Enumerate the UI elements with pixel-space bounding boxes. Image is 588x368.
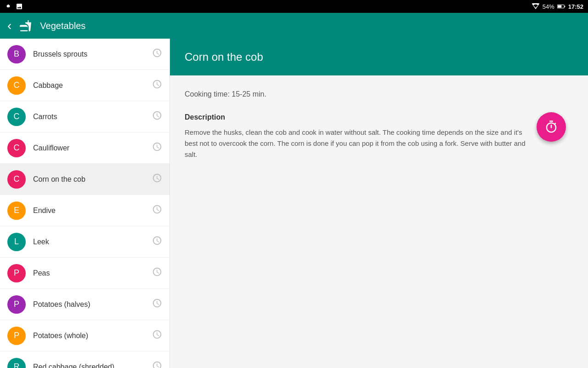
list-item-leek[interactable]: LLeek [0,226,170,258]
timer-icon-red-cabbage-shredded[interactable] [152,361,162,368]
avatar-peas: P [7,264,26,282]
item-label-cabbage: Cabbage [33,81,152,90]
main-layout: BBrussels sproutsCCabbageCCarrotsCCaulif… [0,39,588,368]
status-bar-right: 54% 17:52 [531,3,583,10]
timer-icon-leek[interactable] [152,236,162,248]
avatar-brussels-sprouts: B [7,45,26,63]
usb-icon [5,3,12,10]
item-label-carrots: Carrots [33,113,152,121]
item-label-leek: Leek [33,238,152,246]
fab-timer[interactable] [537,112,566,142]
list-item-peas[interactable]: PPeas [0,258,170,289]
timer-icon-potatoes-halves[interactable] [152,298,162,310]
timer-icon-corn-on-the-cob[interactable] [152,173,162,185]
timer-icon-cabbage[interactable] [152,79,162,92]
list-item-cabbage[interactable]: CCabbage [0,70,170,101]
status-time: 17:52 [568,3,583,10]
detail-content: Cooking time: 15-25 min. Description Rem… [170,75,588,175]
list-item-potatoes-whole[interactable]: PPotatoes (whole) [0,320,170,351]
item-label-red-cabbage-shredded: Red cabbage (shredded) [33,363,152,368]
avatar-carrots: C [7,108,26,126]
item-label-corn-on-the-cob: Corn on the cob [33,175,152,184]
svg-rect-1 [558,6,561,8]
avatar-potatoes-halves: P [7,295,26,314]
status-bar: 54% 17:52 [0,0,588,13]
item-label-brussels-sprouts: Brussels sprouts [33,50,152,58]
status-bar-left [5,3,23,10]
app-bar: ‹ Vegetables [0,13,588,39]
detail-header: Corn on the cob [170,39,588,75]
avatar-red-cabbage-shredded: R [7,358,26,368]
list-item-brussels-sprouts[interactable]: BBrussels sprouts [0,39,170,70]
list-item-potatoes-halves[interactable]: PPotatoes (halves) [0,289,170,320]
app-icon [19,19,33,33]
list-item-endive[interactable]: EEndive [0,195,170,226]
avatar-cabbage: C [7,76,26,95]
list-item-red-cabbage-shredded[interactable]: RRed cabbage (shredded) [0,351,170,368]
item-label-peas: Peas [33,269,152,277]
timer-fab-icon [544,120,558,134]
list-item-corn-on-the-cob[interactable]: CCorn on the cob [0,164,170,195]
detail-title: Corn on the cob [185,51,263,63]
avatar-potatoes-whole: P [7,327,26,345]
description-heading: Description [185,113,573,121]
avatar-leek: L [7,233,26,251]
timer-icon-carrots[interactable] [152,110,162,123]
image-icon [16,3,23,10]
back-button[interactable]: ‹ [7,18,11,33]
timer-icon-potatoes-whole[interactable] [152,329,162,342]
app-title: Vegetables [40,21,85,31]
item-label-potatoes-halves: Potatoes (halves) [33,300,152,309]
list-item-carrots[interactable]: CCarrots [0,101,170,132]
detail-panel: Corn on the cob Cooking time: 15-25 min.… [170,39,588,368]
avatar-cauliflower: C [7,139,26,157]
battery-icon [557,4,565,9]
avatar-corn-on-the-cob: C [7,170,26,189]
list-item-cauliflower[interactable]: CCauliflower [0,132,170,164]
timer-icon-endive[interactable] [152,204,162,217]
wifi-icon [531,3,540,10]
timer-icon-cauliflower[interactable] [152,142,162,154]
avatar-endive: E [7,201,26,220]
svg-rect-2 [564,6,565,7]
item-label-endive: Endive [33,207,152,215]
description-text: Remove the husks, clean the cob and cook… [185,127,534,160]
timer-icon-peas[interactable] [152,267,162,279]
battery-percent: 54% [543,3,554,10]
timer-icon-brussels-sprouts[interactable] [152,48,162,60]
item-label-cauliflower: Cauliflower [33,144,152,152]
cooking-time: Cooking time: 15-25 min. [185,90,573,98]
list-panel: BBrussels sproutsCCabbageCCarrotsCCaulif… [0,39,170,368]
item-label-potatoes-whole: Potatoes (whole) [33,332,152,340]
